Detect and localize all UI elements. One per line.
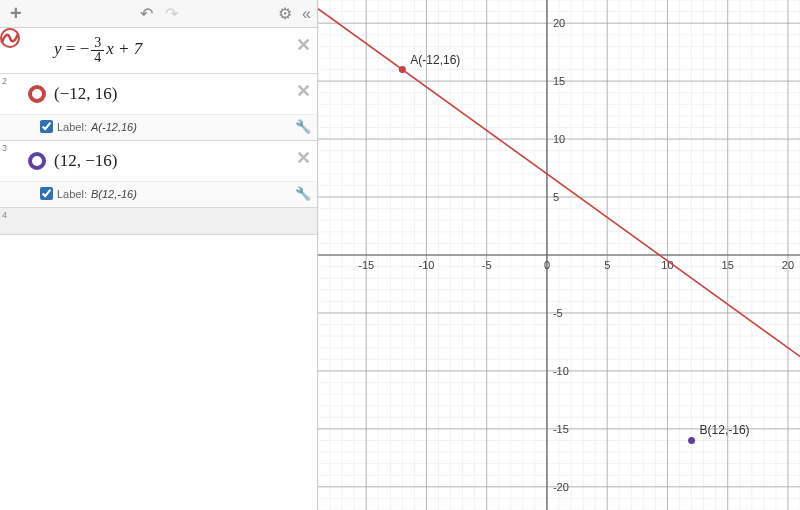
undo-redo-group: ↶ ↷ xyxy=(140,4,178,23)
x-tick-label: 0 xyxy=(544,259,550,271)
collapse-panel-icon[interactable]: « xyxy=(302,5,311,23)
y-tick-label: -15 xyxy=(553,423,569,435)
label-subrow: Label: A(-12,16) 🔧 xyxy=(0,114,317,140)
y-tick-label: -10 xyxy=(553,365,569,377)
expression-math[interactable]: (−12, 16) xyxy=(54,84,117,104)
expression-row[interactable]: 1 y = −34x + 7 ✕ xyxy=(0,28,317,74)
y-tick-label: -5 xyxy=(553,307,563,319)
undo-icon[interactable]: ↶ xyxy=(140,4,153,23)
gear-icon[interactable]: ⚙ xyxy=(278,4,292,23)
redo-icon[interactable]: ↷ xyxy=(165,4,178,23)
plot-point xyxy=(688,437,695,444)
expression-math[interactable]: (12, −16) xyxy=(54,151,117,171)
row-index: 3 xyxy=(2,143,7,153)
point-label: B(12,-16) xyxy=(700,423,750,437)
expression-list: 1 y = −34x + 7 ✕ 2 (−12, 16) ✕ xyxy=(0,28,317,510)
graph-svg: -15-10-505101520-20-15-10-55101520A(-12,… xyxy=(318,0,800,510)
delete-row-icon[interactable]: ✕ xyxy=(296,80,311,102)
expression-row[interactable]: 2 (−12, 16) ✕ Label: A(-12,16) 🔧 xyxy=(0,74,317,141)
label-key: Label: xyxy=(57,121,87,133)
y-tick-label: 15 xyxy=(553,75,565,87)
x-tick-label: -5 xyxy=(482,259,492,271)
point-toggle-icon[interactable] xyxy=(26,85,48,103)
delete-row-icon[interactable]: ✕ xyxy=(296,147,311,169)
label-value[interactable]: A(-12,16) xyxy=(91,121,137,133)
label-value[interactable]: B(12,-16) xyxy=(91,188,137,200)
expression-math[interactable]: y = −34x + 7 xyxy=(54,36,142,65)
label-checkbox[interactable] xyxy=(40,120,53,133)
y-tick-label: 20 xyxy=(553,17,565,29)
plot-point xyxy=(399,66,406,73)
x-tick-label: 5 xyxy=(604,259,610,271)
point-toggle-icon[interactable] xyxy=(26,152,48,170)
label-key: Label: xyxy=(57,188,87,200)
row-index: 4 xyxy=(2,210,7,220)
graph-viewport[interactable]: -15-10-505101520-20-15-10-55101520A(-12,… xyxy=(318,0,800,510)
y-tick-label: 5 xyxy=(553,191,559,203)
expression-row[interactable]: 3 (12, −16) ✕ Label: B(12,-16) 🔧 xyxy=(0,141,317,208)
label-checkbox[interactable] xyxy=(40,187,53,200)
add-expression-button[interactable]: + xyxy=(6,2,26,25)
delete-row-icon[interactable]: ✕ xyxy=(296,34,311,56)
y-tick-label: 10 xyxy=(553,133,565,145)
expression-row-empty[interactable]: 4 xyxy=(0,208,317,235)
x-tick-label: -10 xyxy=(418,259,434,271)
x-tick-label: 20 xyxy=(782,259,794,271)
expression-panel: + ↶ ↷ ⚙ « 1 y = −34x + 7 xyxy=(0,0,318,510)
wrench-icon[interactable]: 🔧 xyxy=(295,186,311,201)
wrench-icon[interactable]: 🔧 xyxy=(295,119,311,134)
point-label: A(-12,16) xyxy=(410,53,460,67)
app-root: + ↶ ↷ ⚙ « 1 y = −34x + 7 xyxy=(0,0,800,510)
row-index: 2 xyxy=(2,76,7,86)
x-tick-label: -15 xyxy=(358,259,374,271)
y-tick-label: -20 xyxy=(553,481,569,493)
label-subrow: Label: B(12,-16) 🔧 xyxy=(0,181,317,207)
panel-toolbar: + ↶ ↷ ⚙ « xyxy=(0,0,317,28)
x-tick-label: 15 xyxy=(722,259,734,271)
